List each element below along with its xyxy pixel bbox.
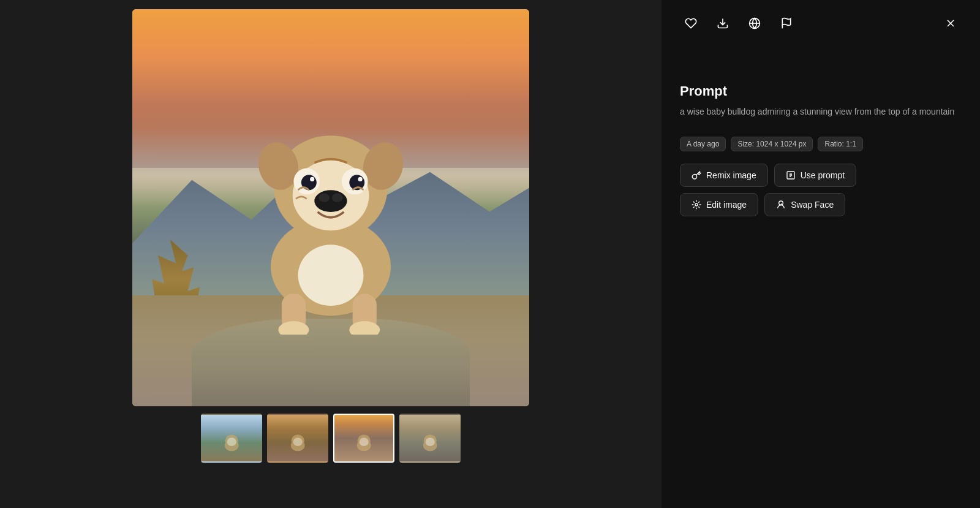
- meta-row: A day ago Size: 1024 x 1024 px Ratio: 1:…: [680, 137, 962, 151]
- edit-image-label: Edit image: [706, 200, 747, 210]
- svg-point-18: [318, 193, 330, 202]
- panel-header: [680, 12, 962, 34]
- main-image-container: [132, 9, 529, 406]
- svg-point-13: [310, 176, 314, 181]
- thumbnail-2[interactable]: [267, 414, 328, 463]
- use-prompt-label: Use prompt: [801, 170, 845, 180]
- svg-point-31: [425, 438, 434, 446]
- size-badge: Size: 1024 x 1024 px: [731, 137, 813, 151]
- svg-point-25: [293, 438, 302, 446]
- svg-point-16: [358, 176, 363, 181]
- thumbnail-1[interactable]: [201, 414, 262, 463]
- use-prompt-button[interactable]: Use prompt: [774, 164, 856, 187]
- svg-point-17: [314, 190, 347, 212]
- download-button[interactable]: [712, 12, 734, 34]
- svg-point-22: [227, 438, 236, 446]
- right-panel: Prompt a wise baby bulldog admiring a st…: [662, 0, 980, 508]
- thumbnail-strip: [201, 414, 461, 463]
- remix-image-label: Remix image: [706, 170, 756, 180]
- action-row-2: Edit image Swap Face: [680, 193, 962, 216]
- edit-image-button[interactable]: Edit image: [680, 193, 758, 216]
- swap-face-button[interactable]: Swap Face: [764, 193, 845, 216]
- like-button[interactable]: [680, 12, 702, 34]
- action-row-1: Remix image Use prompt: [680, 164, 962, 187]
- close-icon: [944, 17, 957, 29]
- download-icon: [717, 17, 729, 29]
- action-buttons: Remix image Use prompt Edit image: [680, 164, 962, 216]
- thumbnail-3[interactable]: [333, 414, 394, 463]
- ratio-badge: Ratio: 1:1: [818, 137, 862, 151]
- heart-icon: [685, 17, 697, 29]
- globe-button[interactable]: [744, 12, 766, 34]
- globe-icon: [748, 17, 761, 29]
- svg-point-19: [332, 193, 343, 202]
- svg-point-39: [695, 203, 698, 206]
- flag-button[interactable]: [775, 12, 797, 34]
- svg-point-5: [298, 245, 364, 306]
- main-area: [0, 0, 662, 508]
- close-button[interactable]: [940, 12, 962, 34]
- remix-icon: [692, 170, 701, 180]
- swap-face-icon: [776, 200, 786, 210]
- swap-face-label: Swap Face: [791, 200, 834, 210]
- prompt-title: Prompt: [680, 83, 962, 99]
- time-badge: A day ago: [680, 137, 726, 151]
- main-image: [132, 9, 529, 406]
- bulldog-svg: [222, 89, 440, 335]
- svg-point-28: [359, 438, 368, 446]
- prompt-section: Prompt a wise baby bulldog admiring a st…: [680, 83, 962, 118]
- thumbnail-4[interactable]: [399, 414, 461, 463]
- prompt-text: a wise baby bulldog admiring a stunning …: [680, 105, 962, 118]
- edit-icon: [692, 200, 701, 210]
- use-prompt-icon: [786, 170, 796, 180]
- remix-image-button[interactable]: Remix image: [680, 164, 768, 187]
- flag-icon: [780, 17, 793, 29]
